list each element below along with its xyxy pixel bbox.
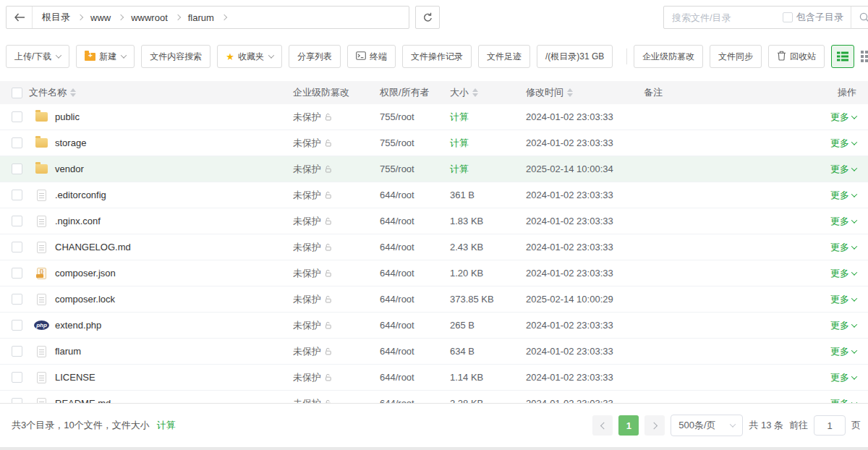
toolbar-button-企业级防篡改[interactable]: 企业级防篡改 [634,45,703,68]
file-table-body: public 未保护 755/root 计算 2024-01-02 23:03:… [0,104,868,403]
breadcrumb-item[interactable]: 根目录 [42,11,70,24]
row-checkbox[interactable] [12,216,22,226]
row-checkbox[interactable] [12,398,22,403]
row-checkbox[interactable] [12,242,22,252]
table-row[interactable]: .nginx.conf 未保护 644/root 1.83 KB 2024-01… [0,208,868,234]
tamper-status[interactable]: 未保护 [293,293,380,306]
file-name[interactable]: vendor [55,164,293,174]
row-checkbox[interactable] [12,190,22,200]
file-name[interactable]: README.md [55,398,293,403]
refresh-button[interactable] [415,6,440,29]
toolbar-button-文件同步[interactable]: 文件同步 [710,45,762,68]
more-button[interactable]: 更多 [788,163,868,176]
tamper-status[interactable]: 未保护 [293,397,380,404]
more-button[interactable]: 更多 [788,215,868,228]
toolbar-button-回收站[interactable]: 回收站 [768,45,825,68]
file-name[interactable]: CHANGELOG.md [55,242,293,252]
tamper-status[interactable]: 未保护 [293,163,380,176]
more-button[interactable]: 更多 [788,267,868,280]
prev-page-button[interactable] [592,415,613,436]
breadcrumb-item[interactable]: flarum [188,12,214,23]
table-row[interactable]: CHANGELOG.md 未保护 644/root 2.43 KB 2024-0… [0,234,868,260]
tamper-status[interactable]: 未保护 [293,215,380,228]
toolbar-button-分享列表[interactable]: 分享列表 [289,45,341,68]
more-button[interactable]: 更多 [788,319,868,332]
sort-icon[interactable] [70,88,76,97]
list-view-button[interactable] [831,45,854,68]
toolbar-button-文件足迹[interactable]: 文件足迹 [478,45,530,68]
table-row[interactable]: .editorconfig 未保护 644/root 361 B 2024-01… [0,182,868,208]
compute-size-link[interactable]: 计算 [450,111,526,124]
table-row[interactable]: LICENSE 未保护 644/root 1.14 KB 2024-01-02 … [0,365,868,391]
tamper-status[interactable]: 未保护 [293,371,380,384]
next-page-button[interactable] [644,415,665,436]
column-header-size[interactable]: 大小 [450,86,526,99]
breadcrumb-item[interactable]: wwwroot [131,12,168,23]
goto-page-input[interactable] [814,415,846,436]
row-checkbox[interactable] [12,268,22,279]
file-name[interactable]: LICENSE [55,372,293,383]
table-row[interactable]: composer.json 未保护 644/root 1.20 KB 2024-… [0,260,868,286]
tamper-status[interactable]: 未保护 [293,345,380,358]
tamper-status[interactable]: 未保护 [293,319,380,332]
tamper-status[interactable]: 未保护 [293,267,380,280]
sort-icon[interactable] [567,88,573,97]
toolbar-button-上传/下载[interactable]: 上传/下载 [6,45,69,68]
more-button[interactable]: 更多 [788,397,868,404]
table-row[interactable]: composer.lock 未保护 644/root 373.85 KB 202… [0,286,868,313]
more-button[interactable]: 更多 [788,293,868,306]
compute-size-link[interactable]: 计算 [157,419,176,432]
row-checkbox[interactable] [12,137,22,148]
file-name[interactable]: .editorconfig [55,190,293,200]
more-button[interactable]: 更多 [788,111,868,124]
row-checkbox[interactable] [12,164,22,174]
file-name[interactable]: storage [55,137,293,148]
compute-size-link[interactable]: 计算 [450,137,526,150]
row-checkbox[interactable] [12,372,22,383]
row-checkbox[interactable] [12,346,22,357]
row-checkbox[interactable] [12,111,22,122]
back-button[interactable] [7,7,33,28]
more-button[interactable]: 更多 [788,371,868,384]
table-row[interactable]: storage 未保护 755/root 计算 2024-01-02 23:03… [0,130,868,156]
column-header-filename[interactable]: 文件名称 [29,86,293,99]
column-header-mtime[interactable]: 修改时间 [526,86,644,99]
file-name[interactable]: flarum [55,346,293,357]
file-name[interactable]: .nginx.conf [55,216,293,226]
file-name[interactable]: composer.json [55,268,293,279]
tamper-status[interactable]: 未保护 [293,189,380,202]
sort-icon[interactable] [472,88,478,97]
table-row[interactable]: vendor 未保护 755/root 计算 2025-02-14 10:00:… [0,156,868,182]
file-name[interactable]: composer.lock [55,294,293,305]
toolbar-button-终端[interactable]: 终端 [347,45,396,68]
more-button[interactable]: 更多 [788,137,868,150]
file-name[interactable]: public [55,111,293,122]
toolbar-button-新建[interactable]: 新建 [76,45,135,68]
tamper-status[interactable]: 未保护 [293,241,380,254]
grid-view-button[interactable] [861,45,868,68]
breadcrumb-item[interactable]: www [90,12,111,23]
compute-size-link[interactable]: 计算 [450,163,526,176]
more-button[interactable]: 更多 [788,345,868,358]
tamper-status[interactable]: 未保护 [293,111,380,124]
search-button[interactable] [851,7,868,28]
include-subdir-checkbox[interactable] [783,12,793,22]
tamper-status[interactable]: 未保护 [293,137,380,150]
table-row[interactable]: flarum 未保护 644/root 634 B 2024-01-02 23:… [0,339,868,365]
table-row[interactable]: README.md 未保护 644/root 2.28 KB 2024-01-0… [0,391,868,403]
row-checkbox[interactable] [12,294,22,305]
more-button[interactable]: 更多 [788,189,868,202]
toolbar-button-文件内容搜索[interactable]: 文件内容搜索 [141,45,210,68]
toolbar-button-文件操作记录[interactable]: 文件操作记录 [402,45,472,68]
current-page-button[interactable]: 1 [618,415,639,436]
select-all-checkbox[interactable] [12,88,22,98]
search-input[interactable] [664,12,783,23]
page-size-select[interactable]: 500条/页 [671,415,743,436]
table-row[interactable]: extend.php 未保护 644/root 265 B 2024-01-02… [0,313,868,339]
toolbar-button-/(根目录)31 GB[interactable]: /(根目录)31 GB [537,45,613,68]
more-button[interactable]: 更多 [788,241,868,254]
row-checkbox[interactable] [12,320,22,331]
toolbar-button-收藏夹[interactable]: ★收藏夹 [217,45,282,68]
table-row[interactable]: public 未保护 755/root 计算 2024-01-02 23:03:… [0,104,868,130]
file-name[interactable]: extend.php [55,320,293,331]
